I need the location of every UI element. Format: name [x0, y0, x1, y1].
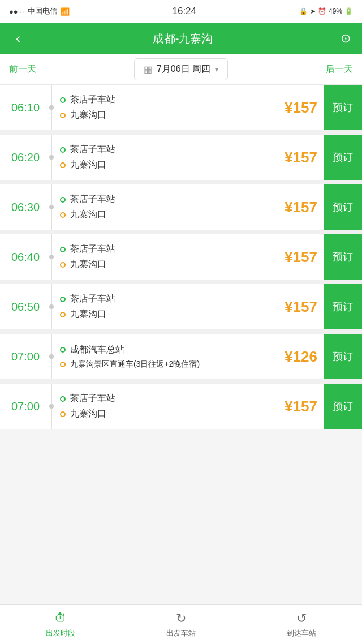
timeline-divider — [51, 334, 52, 379]
price-col: ¥126 — [278, 334, 324, 379]
back-button[interactable]: ‹ — [11, 28, 25, 49]
from-stop-dot — [60, 297, 66, 302]
to-stop-dot — [60, 411, 66, 417]
price-value: ¥157 — [285, 199, 317, 216]
signal-dots: ●●··· — [9, 7, 24, 16]
schedule-row: 06:10 茶店子车站 九寨沟口 ¥157 预订 — [0, 85, 362, 130]
price-value: ¥126 — [285, 348, 317, 366]
next-day-button[interactable]: 后一天 — [326, 63, 353, 75]
from-stop-name: 茶店子车站 — [70, 243, 115, 255]
nav-item-2[interactable]: ↺ 到达车站 — [242, 605, 362, 644]
departure-time: 06:40 — [0, 234, 51, 280]
timeline-divider — [51, 284, 52, 329]
book-button[interactable]: 预订 — [324, 85, 362, 130]
schedule-row: 06:20 茶店子车站 九寨沟口 ¥157 预订 — [0, 135, 362, 180]
departure-time: 07:00 — [0, 384, 51, 429]
from-stop-name: 茶店子车站 — [70, 94, 115, 106]
location-pin-icon[interactable]: ⊙ — [341, 31, 351, 46]
price-value: ¥157 — [285, 99, 317, 117]
from-stop-name: 茶店子车站 — [70, 194, 115, 205]
to-stop-name: 九寨沟口 — [70, 159, 106, 171]
battery-icon: 🔋 — [344, 7, 353, 15]
to-stop-row: 九寨沟口 — [60, 308, 270, 320]
to-stop-row: 九寨沟景区直通车(3日往返+2晚住宿) — [60, 359, 270, 370]
schedule-list: 06:10 茶店子车站 九寨沟口 ¥157 预订 06:20 茶店子车站 — [0, 85, 362, 429]
departure-time: 06:10 — [0, 85, 51, 130]
price-col: ¥157 — [278, 184, 324, 230]
lock-icon: 🔒 — [299, 7, 308, 15]
page-title: 成都-九寨沟 — [153, 31, 213, 46]
from-stop-row: 成都汽车总站 — [60, 344, 270, 356]
schedule-row: 06:40 茶店子车站 九寨沟口 ¥157 预订 — [0, 234, 362, 280]
location-icon: ➤ — [310, 7, 316, 15]
timeline-divider — [51, 85, 52, 130]
from-stop-row: 茶店子车站 — [60, 194, 270, 205]
schedule-row: 07:00 茶店子车站 九寨沟口 ¥157 预订 — [0, 384, 362, 429]
price-col: ¥157 — [278, 85, 324, 130]
timeline-divider — [51, 384, 52, 429]
departure-time: 06:20 — [0, 135, 51, 180]
from-stop-name: 茶店子车站 — [70, 144, 115, 156]
bottom-nav: ⏱ 出发时段 ↻ 出发车站 ↺ 到达车站 — [0, 604, 362, 644]
from-stop-dot — [60, 197, 66, 203]
from-stop-row: 茶店子车站 — [60, 393, 270, 405]
book-button[interactable]: 预订 — [324, 135, 362, 180]
date-bar: 前一天 ▦ 7月06日 周四 ▾ 后一天 — [0, 54, 362, 85]
from-stop-dot — [60, 97, 66, 103]
to-stop-dot — [60, 312, 66, 317]
timeline-divider — [51, 184, 52, 230]
from-stop-row: 茶店子车站 — [60, 243, 270, 255]
departure-time: 07:00 — [0, 334, 51, 379]
alarm-icon: ⏰ — [318, 7, 326, 15]
wifi-icon: 📶 — [61, 7, 70, 16]
from-stop-row: 茶店子车站 — [60, 144, 270, 156]
to-stop-row: 九寨沟口 — [60, 259, 270, 271]
to-stop-dot — [60, 362, 66, 367]
to-stop-dot — [60, 212, 66, 218]
date-selector[interactable]: ▦ 7月06日 周四 ▾ — [134, 58, 228, 80]
to-stop-dot — [60, 262, 66, 268]
route-info: 茶店子车站 九寨沟口 — [52, 384, 278, 429]
prev-day-button[interactable]: 前一天 — [9, 63, 36, 75]
status-time: 16:24 — [172, 6, 196, 17]
nav-label-1: 出发车站 — [166, 628, 196, 638]
dropdown-arrow-icon: ▾ — [215, 66, 218, 74]
book-button[interactable]: 预订 — [324, 384, 362, 429]
from-stop-name: 成都汽车总站 — [70, 344, 124, 356]
nav-item-0[interactable]: ⏱ 出发时段 — [0, 605, 120, 644]
nav-icon-2: ↺ — [296, 611, 307, 626]
header: ‹ 成都-九寨沟 ⊙ — [0, 23, 362, 54]
timeline-divider — [51, 234, 52, 280]
to-stop-row: 九寨沟口 — [60, 159, 270, 171]
to-stop-row: 九寨沟口 — [60, 209, 270, 221]
route-info: 茶店子车站 九寨沟口 — [52, 184, 278, 230]
to-stop-name: 九寨沟口 — [70, 259, 106, 271]
from-stop-row: 茶店子车站 — [60, 293, 270, 305]
schedule-row: 07:00 成都汽车总站 九寨沟景区直通车(3日往返+2晚住宿) ¥126 预订 — [0, 334, 362, 379]
calendar-icon: ▦ — [144, 64, 152, 75]
battery-label: 49% — [329, 7, 342, 15]
book-button[interactable]: 预订 — [324, 234, 362, 280]
nav-label-2: 到达车站 — [287, 628, 316, 638]
status-left: ●●··· 中国电信 📶 — [9, 6, 70, 16]
to-stop-row: 九寨沟口 — [60, 408, 270, 420]
from-stop-dot — [60, 396, 66, 402]
book-button[interactable]: 预订 — [324, 184, 362, 230]
book-button[interactable]: 预订 — [324, 284, 362, 329]
departure-time: 06:30 — [0, 184, 51, 230]
book-button[interactable]: 预订 — [324, 334, 362, 379]
nav-item-1[interactable]: ↻ 出发车站 — [120, 605, 241, 644]
to-stop-name: 九寨沟口 — [70, 209, 106, 221]
price-value: ¥157 — [285, 298, 317, 316]
from-stop-dot — [60, 147, 66, 153]
to-stop-name: 九寨沟口 — [70, 109, 106, 121]
to-stop-name: 九寨沟口 — [70, 408, 106, 420]
nav-icon-1: ↻ — [176, 611, 186, 626]
price-col: ¥157 — [278, 135, 324, 180]
price-col: ¥157 — [278, 234, 324, 280]
route-info: 成都汽车总站 九寨沟景区直通车(3日往返+2晚住宿) — [52, 334, 278, 379]
from-stop-dot — [60, 347, 66, 353]
status-right: 🔒 ➤ ⏰ 49% 🔋 — [299, 7, 353, 15]
to-stop-name: 九寨沟口 — [70, 308, 106, 320]
schedule-row: 06:50 茶店子车站 九寨沟口 ¥157 预订 — [0, 284, 362, 329]
